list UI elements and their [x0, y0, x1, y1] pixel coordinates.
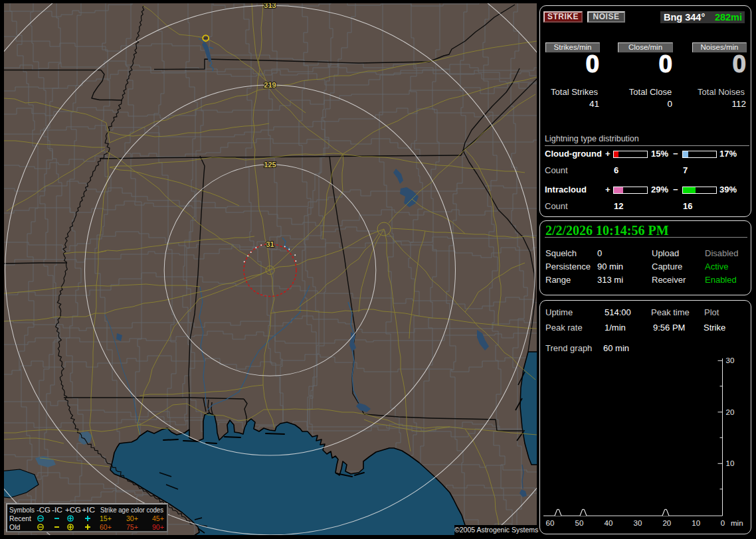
svg-text:30+: 30+: [126, 514, 138, 522]
svg-text:40: 40: [605, 519, 613, 527]
svg-text:15+: 15+: [100, 514, 112, 522]
svg-text:Old: Old: [9, 523, 21, 531]
svg-text:313: 313: [264, 1, 276, 9]
svg-text:90+: 90+: [152, 523, 164, 531]
svg-text:125: 125: [264, 161, 276, 169]
svg-text:30: 30: [726, 356, 735, 364]
svg-text:60: 60: [546, 519, 555, 527]
svg-text:20: 20: [726, 408, 735, 416]
svg-text:0: 0: [721, 519, 725, 527]
svg-text:45+: 45+: [152, 514, 164, 522]
svg-text:Recent: Recent: [9, 514, 31, 522]
svg-text:30: 30: [634, 519, 642, 527]
svg-text:20: 20: [662, 519, 671, 527]
svg-text:Symbols: Symbols: [9, 506, 35, 514]
svg-text:min: min: [731, 519, 743, 527]
svg-text:Strike age color codes: Strike age color codes: [100, 506, 163, 514]
svg-text:-CG: -CG: [37, 506, 50, 514]
svg-text:+IC: +IC: [82, 506, 95, 514]
svg-text:10: 10: [726, 459, 735, 467]
svg-text:50: 50: [575, 519, 584, 527]
svg-text:+CG: +CG: [65, 506, 81, 514]
svg-text:75+: 75+: [126, 523, 138, 531]
svg-text:31: 31: [266, 240, 274, 248]
svg-text:10: 10: [692, 519, 700, 527]
svg-text:-IC: -IC: [52, 506, 62, 514]
svg-text:60+: 60+: [100, 523, 112, 531]
svg-text:219: 219: [264, 81, 276, 89]
